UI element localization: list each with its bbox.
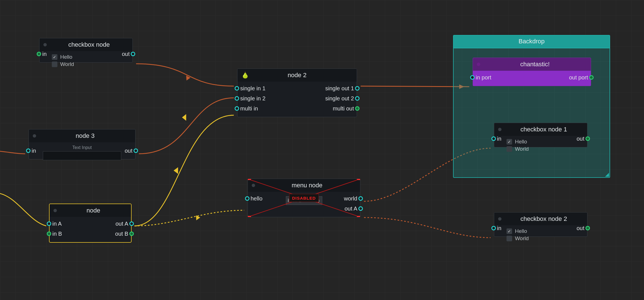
port-out[interactable] bbox=[129, 232, 134, 236]
node-checkbox[interactable]: checkbox node Hello World in out bbox=[39, 38, 133, 63]
node-header[interactable]: checkbox node bbox=[39, 38, 132, 51]
port-out[interactable] bbox=[134, 148, 138, 153]
port-in[interactable] bbox=[235, 86, 239, 91]
node-chantastic[interactable]: chantastic! in port out port bbox=[473, 58, 591, 86]
node-title: checkbox node 2 bbox=[504, 215, 583, 223]
port-out[interactable] bbox=[358, 196, 363, 201]
checkbox-icon[interactable] bbox=[507, 228, 512, 234]
text-input[interactable] bbox=[43, 151, 122, 160]
checkbox-row[interactable]: Hello bbox=[507, 139, 584, 145]
port-out[interactable] bbox=[355, 106, 360, 111]
stepper-arrows-icon: ▲▼ bbox=[317, 199, 320, 203]
port-out[interactable] bbox=[355, 96, 360, 101]
checkbox-row[interactable]: Hello bbox=[52, 54, 130, 60]
port-out[interactable] bbox=[131, 52, 135, 56]
node-3[interactable]: node 3 Text Input in out bbox=[29, 129, 136, 159]
pear-icon: 🍐 bbox=[241, 72, 249, 79]
resize-handle-icon[interactable] bbox=[605, 173, 609, 177]
port-out[interactable] bbox=[358, 206, 363, 211]
checkbox-row[interactable]: World bbox=[507, 146, 584, 152]
status-dot-icon bbox=[252, 184, 255, 187]
node-header[interactable]: 🍐 node 2 bbox=[237, 69, 357, 82]
port-in[interactable] bbox=[47, 232, 51, 236]
node-title: chantastic! bbox=[483, 61, 587, 68]
port-out[interactable] bbox=[585, 136, 590, 141]
status-dot-icon bbox=[477, 63, 480, 66]
backdrop-title: Backdrop bbox=[454, 36, 610, 48]
node-title: node bbox=[60, 207, 127, 214]
node-title: checkbox node bbox=[50, 41, 129, 48]
backdrop-group[interactable]: Backdrop bbox=[453, 35, 610, 178]
node-checkbox-1[interactable]: checkbox node 1 Hello World in out bbox=[494, 123, 587, 147]
port-in[interactable] bbox=[47, 221, 51, 226]
node-title: checkbox node 1 bbox=[504, 126, 583, 133]
port-in[interactable] bbox=[470, 75, 475, 80]
status-dot-icon bbox=[33, 134, 36, 138]
checkbox-icon[interactable] bbox=[52, 54, 57, 60]
node-selected[interactable]: node in A out A in B out B bbox=[49, 204, 131, 242]
checkbox-row[interactable]: World bbox=[52, 61, 130, 67]
node-header[interactable]: node 3 bbox=[29, 129, 135, 142]
node-header[interactable]: node bbox=[50, 204, 131, 217]
port-in[interactable] bbox=[26, 148, 31, 153]
node-header[interactable]: chantastic! bbox=[473, 58, 591, 71]
status-dot-icon bbox=[43, 43, 47, 46]
node-title: node 2 bbox=[241, 72, 353, 79]
checkbox-row[interactable]: World bbox=[507, 235, 584, 242]
checkbox-row[interactable]: Hello bbox=[507, 228, 584, 234]
port-out[interactable] bbox=[589, 75, 594, 80]
port-in[interactable] bbox=[235, 106, 239, 111]
node-title: node 3 bbox=[39, 132, 131, 140]
node-header[interactable]: checkbox node 2 bbox=[494, 212, 587, 225]
node-graph-canvas[interactable]: Backdrop checkbox node Hello World in ou… bbox=[0, 0, 644, 300]
node-2[interactable]: 🍐 node 2 single in 1 single out 1 single… bbox=[237, 68, 357, 117]
checkbox-icon[interactable] bbox=[507, 146, 512, 152]
node-checkbox-2[interactable]: checkbox node 2 Hello World in out bbox=[494, 212, 587, 237]
checkbox-icon[interactable] bbox=[507, 236, 512, 241]
port-in[interactable] bbox=[37, 52, 41, 56]
port-out[interactable] bbox=[129, 221, 134, 226]
port-out[interactable] bbox=[585, 226, 590, 230]
port-in[interactable] bbox=[491, 136, 496, 141]
node-title: menu node bbox=[258, 182, 356, 189]
port-out[interactable] bbox=[355, 86, 360, 91]
node-menu[interactable]: menu node hello world out A item 1 ▲▼ DI… bbox=[248, 179, 360, 217]
checkbox-icon[interactable] bbox=[507, 139, 512, 145]
status-dot-icon bbox=[53, 209, 57, 212]
port-in[interactable] bbox=[235, 96, 239, 101]
checkbox-icon[interactable] bbox=[52, 62, 57, 67]
status-dot-icon bbox=[498, 217, 501, 221]
status-dot-icon bbox=[498, 128, 501, 131]
port-in[interactable] bbox=[245, 196, 249, 201]
port-in[interactable] bbox=[491, 226, 496, 230]
input-label: Text Input bbox=[32, 145, 132, 150]
node-header[interactable]: menu node bbox=[248, 179, 360, 192]
node-header[interactable]: checkbox node 1 bbox=[494, 123, 587, 136]
dropdown-select[interactable]: item 1 ▲▼ bbox=[286, 196, 322, 205]
